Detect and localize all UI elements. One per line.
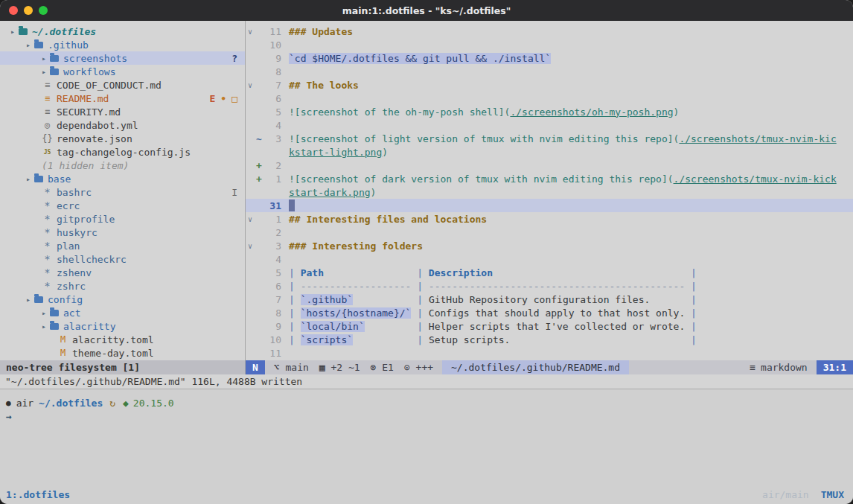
tree-item[interactable]: ▸.github bbox=[0, 38, 245, 51]
chevron-icon[interactable]: ▸ bbox=[42, 309, 46, 317]
text-segment: | bbox=[685, 334, 697, 345]
line-text: ![screenshot of light version of tmux wi… bbox=[289, 133, 837, 144]
editor-line[interactable]: ∨ 7## The looks bbox=[246, 78, 853, 92]
editor-line[interactable]: 6 bbox=[246, 92, 853, 105]
fold-chevron-icon[interactable]: ∨ bbox=[246, 28, 255, 36]
editor-line[interactable]: +2 bbox=[246, 159, 853, 172]
tree-item[interactable]: ≡SECURITY.md bbox=[0, 105, 245, 118]
tree-item[interactable]: ▸alacritty bbox=[0, 319, 245, 333]
tree-item[interactable]: ▸workflows bbox=[0, 65, 245, 78]
file-icon: * bbox=[42, 280, 53, 292]
text-segment: ) bbox=[674, 106, 680, 118]
editor-line[interactable]: 2 bbox=[246, 226, 853, 239]
chevron-icon[interactable]: ▸ bbox=[26, 296, 31, 304]
close-button[interactable] bbox=[9, 6, 18, 15]
shell-cursor-line[interactable]: → bbox=[6, 409, 853, 423]
fold-column bbox=[246, 309, 255, 317]
fold-column bbox=[246, 269, 255, 277]
fold-column bbox=[246, 108, 255, 116]
tree-item[interactable]: ≡CODE_OF_CONDUCT.md bbox=[0, 78, 245, 92]
tree-item-label: alacritty.toml bbox=[72, 334, 154, 345]
tree-item[interactable]: ▸base bbox=[0, 172, 245, 185]
fold-chevron-icon[interactable]: ∨ bbox=[246, 215, 255, 223]
editor-line[interactable]: 5![screenshot of the oh-my-posh shell](.… bbox=[246, 105, 853, 118]
chevron-icon[interactable]: ▸ bbox=[10, 28, 15, 36]
tree-item[interactable]: ▸screenshots? bbox=[0, 51, 245, 65]
chevron-icon[interactable]: ▸ bbox=[42, 322, 46, 331]
tree-item[interactable]: ▸config bbox=[0, 293, 245, 306]
tree-item[interactable]: *huskyrc bbox=[0, 226, 245, 239]
fold-chevron-icon[interactable]: ∨ bbox=[246, 242, 255, 250]
editor-line[interactable]: ∨ 3### Interesting folders bbox=[246, 239, 853, 252]
tree-item[interactable]: *bashrcI bbox=[0, 185, 245, 199]
chevron-icon[interactable]: ▸ bbox=[26, 41, 31, 49]
tree-item[interactable]: Mtheme-day.toml bbox=[0, 346, 245, 360]
tree-item[interactable]: *ecrc bbox=[0, 199, 245, 212]
editor-line[interactable]: start-dark.png) bbox=[246, 185, 853, 199]
text-segment bbox=[353, 334, 411, 345]
editor-line[interactable]: 7| `.github` | GitHub Repository configu… bbox=[246, 293, 853, 306]
tree-item[interactable]: {}renovate.json bbox=[0, 132, 245, 145]
editor-line[interactable]: kstart-light.png) bbox=[246, 145, 853, 159]
sign-column bbox=[255, 200, 263, 211]
line-number: 31 bbox=[263, 200, 281, 211]
git-sign-icon: + bbox=[255, 173, 263, 185]
status-badge: ? bbox=[231, 53, 237, 64]
window-title: main:1:.dotfiles - "ks~/.dotfiles" bbox=[342, 5, 511, 16]
editor-line[interactable]: 11 bbox=[246, 346, 853, 360]
git-refresh-icon: ↻ bbox=[109, 398, 115, 409]
tree-item[interactable]: ▸act bbox=[0, 306, 245, 319]
editor-line[interactable]: 8| `hosts/{hostname}/` | Configs that sh… bbox=[246, 306, 853, 319]
text-segment: `scripts` bbox=[301, 334, 353, 345]
tree-item[interactable]: *shellcheckrc bbox=[0, 252, 245, 266]
node-icon: ◆ bbox=[123, 398, 129, 409]
text-segment bbox=[493, 267, 685, 278]
editor-line[interactable]: 5| Path | Description | bbox=[246, 266, 853, 279]
tree-item-label: bashrc bbox=[57, 187, 92, 198]
tmux-window-label[interactable]: 1:.dotfiles bbox=[6, 489, 70, 500]
editor-line[interactable]: ∨ 1## Interesting files and locations bbox=[246, 212, 853, 226]
tree-item[interactable]: Malacritty.toml bbox=[0, 333, 245, 346]
tree-item[interactable]: *zshenv bbox=[0, 266, 245, 279]
text-segment: ) bbox=[371, 187, 377, 198]
tree-item[interactable]: ▸~/.dotfiles bbox=[0, 25, 245, 38]
tree-item[interactable]: *gitprofile bbox=[0, 212, 245, 226]
sign-column bbox=[255, 147, 263, 158]
tree-item[interactable]: *zshrc bbox=[0, 279, 245, 293]
editor-line[interactable]: 8 bbox=[246, 65, 853, 78]
editor-line[interactable]: ∨ 11### Updates bbox=[246, 25, 853, 38]
editor-line[interactable]: 6| ------------------- | ---------------… bbox=[246, 279, 853, 293]
chevron-icon[interactable]: ▸ bbox=[26, 175, 31, 183]
line-text: ### Interesting folders bbox=[289, 240, 423, 252]
editor-line[interactable]: 4 bbox=[246, 252, 853, 266]
zoom-button[interactable] bbox=[39, 6, 48, 15]
editor-line[interactable]: 9| `local/bin` | Helper scripts that I'v… bbox=[246, 319, 853, 333]
tree-item[interactable]: JStag-changelog-config.js bbox=[0, 145, 245, 159]
shell-pane[interactable]: ● air ~/.dotfiles ↻ ◆ 20.15.0 → 1:.dotfi… bbox=[0, 389, 853, 504]
editor-line[interactable]: 9`cd $HOME/.dotfiles && git pull && ./in… bbox=[246, 51, 853, 65]
tree-item[interactable]: ◎dependabot.yml bbox=[0, 118, 245, 132]
sign-column bbox=[255, 187, 263, 198]
line-number: 9 bbox=[263, 53, 281, 64]
minimize-button[interactable] bbox=[24, 6, 33, 15]
chevron-icon[interactable]: ▸ bbox=[42, 68, 46, 76]
fold-column bbox=[246, 68, 255, 76]
editor-line[interactable]: 10| `scripts` | Setup scripts. | bbox=[246, 333, 853, 346]
tmux-badge: TMUX bbox=[821, 489, 844, 500]
chevron-icon[interactable]: ▸ bbox=[42, 54, 46, 63]
editor-line[interactable]: 31 bbox=[246, 199, 853, 212]
editor-line[interactable]: ~3![screenshot of light version of tmux … bbox=[246, 132, 853, 145]
fold-chevron-icon[interactable]: ∨ bbox=[246, 81, 255, 89]
editor-line[interactable]: +1![screenshot of dark version of tmux w… bbox=[246, 172, 853, 185]
tree-item[interactable]: *plan bbox=[0, 239, 245, 252]
tree-item[interactable]: ≡README.mdE•□ bbox=[0, 92, 245, 105]
tree-item-label: tag-changelog-config.js bbox=[57, 147, 191, 158]
sign-column bbox=[255, 106, 263, 118]
text-segment: | bbox=[685, 294, 697, 305]
text-segment: | bbox=[289, 294, 301, 305]
editor-pane[interactable]: ∨ 11### Updates 10 9`cd $HOME/.dotfiles … bbox=[246, 21, 853, 360]
text-segment: `cd $HOME/.dotfiles && git pull && ./ins… bbox=[289, 53, 551, 64]
editor-line[interactable]: 10 bbox=[246, 38, 853, 51]
text-segment: | bbox=[289, 321, 301, 332]
editor-line[interactable]: 4 bbox=[246, 118, 853, 132]
